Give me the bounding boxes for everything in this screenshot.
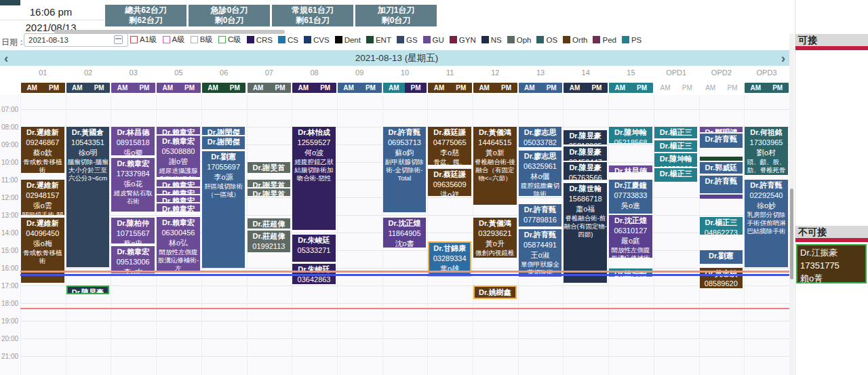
am-label: AM bbox=[343, 84, 354, 92]
case-block-05-4[interactable]: Dr.賴韋宏 bbox=[157, 195, 200, 202]
current-time: 16:06 pm bbox=[0, 6, 102, 18]
case-block-01-0[interactable]: Dr.遲維新09246867蔡o欽骨或軟骨移植術 bbox=[21, 127, 64, 173]
case-block-15-3[interactable]: Dr.沈正煌06310127嚴o庭開放性左側腹股溝疝修補術 bbox=[609, 215, 652, 258]
procedure-name: 腦瘤切除-腦瘤大小介於三至六公分3~6cm bbox=[66, 158, 110, 182]
stat-button-1[interactable]: 急診0台刀剩0台刀 bbox=[189, 5, 270, 26]
doctor-name: Dr.黃國倉 bbox=[66, 127, 110, 138]
case-block-06-2[interactable]: Dr.劉憲17055697李o源肝區域切除術（一區域） bbox=[202, 151, 245, 268]
ampm-bar-06: AMPM bbox=[202, 83, 246, 93]
case-block-07-1[interactable]: Dr.謝旻首 bbox=[248, 180, 291, 187]
case-block-07-3[interactable]: Dr.莊超偉 bbox=[248, 218, 291, 229]
case-block-03-0[interactable]: Dr.林昌德08915818張o卿 bbox=[111, 127, 155, 155]
case-block-05-6[interactable]: Dr.賴韋宏06300456林o弘開放性左側腹股溝疝修補術-左 bbox=[157, 217, 200, 271]
case-block-10-0[interactable]: Dr.許育甄06953713蘇o鈞副甲狀腺切除術-全切除術-Total bbox=[383, 127, 427, 212]
pm-half: PM bbox=[722, 83, 743, 93]
case-block-11-1[interactable]: Dr.蔡廷謙09635609洪o祥 bbox=[428, 169, 471, 195]
case-block-OPD2-2[interactable] bbox=[700, 157, 743, 161]
pm-label: PM bbox=[366, 84, 376, 92]
legend-label: OS bbox=[546, 36, 557, 44]
doctor-name: Dr.林昌德 bbox=[609, 166, 652, 172]
ampm-bar-07: AMPM bbox=[248, 83, 292, 93]
case-number: 07733833 bbox=[609, 191, 652, 201]
stat-button-0[interactable]: 總共62台刀剩62台刀 bbox=[105, 5, 186, 26]
case-block-14-0[interactable]: Dr.陳昱豪05818985 bbox=[564, 130, 607, 144]
case-block-05-0[interactable]: Dr.賴韋宏 bbox=[157, 127, 200, 134]
case-block-OPD1-0[interactable]: Dr.楊正三 bbox=[654, 127, 698, 138]
case-block-05-5[interactable]: Dr.賴韋宏 bbox=[157, 203, 200, 212]
case-block-03-1[interactable]: Dr.賴韋宏17337984張o花經皮腎結石取石術 bbox=[111, 158, 155, 212]
case-block-08-0[interactable]: Dr.林怡成12559527何o波經腹腔鏡乙狀結腸切除術加吻合術-惡性 bbox=[292, 127, 336, 230]
unavailable-block-0[interactable]: Dr.江振豪17351775賴o菁 bbox=[796, 244, 867, 283]
case-block-13-2[interactable]: Dr.許育甄07789816王o美 bbox=[519, 204, 562, 226]
stat-line2: 剩0台刀 bbox=[189, 16, 270, 26]
case-block-13-1[interactable]: Dr.廖志思06325961林o儷腹腔鏡膽囊切除術 bbox=[519, 151, 562, 196]
hour-label: 07:00 bbox=[1, 106, 19, 113]
case-block-OPD2-1[interactable]: Dr.許育甄 bbox=[700, 134, 743, 148]
case-block-10-1[interactable]: Dr.沈正煌11864905沈o書 bbox=[383, 218, 427, 248]
case-block-05-1[interactable]: Dr.賴韋宏05308880謝o管經尿道攝護腺刮除術(雷射) bbox=[157, 136, 200, 177]
stat-button-3[interactable]: 加刀1台刀剩0台刀 bbox=[355, 5, 437, 26]
date-input[interactable] bbox=[24, 33, 128, 47]
case-block-OPD1-2[interactable]: Dr.陳坤翰13855988 bbox=[654, 153, 698, 167]
case-block-13-3[interactable]: Dr.許育甄05874491王o淑單側甲狀腺全葉切除術 bbox=[519, 229, 562, 277]
stat-button-2[interactable]: 常規61台刀剩61台刀 bbox=[272, 5, 353, 26]
case-block-OPD2-4[interactable]: Dr.許育甄 bbox=[700, 176, 743, 193]
case-block-OPD2-7[interactable]: Dr.劉憲 bbox=[700, 250, 743, 264]
case-block-OPD2-5[interactable] bbox=[700, 195, 743, 199]
case-block-OPD2-0[interactable]: Dr.鄭明鴻 bbox=[700, 127, 743, 132]
case-block-OPD3-1[interactable]: Dr.許育甄02292540徐o妙乳房部分切除手術併前哨淋巴結摘除手術 bbox=[745, 180, 788, 267]
case-block-12-2[interactable]: Dr.姚樹鑫17350747 bbox=[473, 285, 517, 299]
case-block-07-4[interactable]: Dr.莊超偉01992113高o紅 bbox=[248, 231, 291, 252]
pm-label: PM bbox=[456, 84, 466, 92]
case-block-05-2[interactable]: Dr.賴韋宏 bbox=[157, 180, 200, 186]
case-number: 05333271 bbox=[292, 245, 336, 256]
case-block-15-1[interactable]: Dr.林昌德 bbox=[609, 165, 652, 172]
case-block-14-1[interactable]: Dr.陳昱豪08456447 bbox=[564, 146, 607, 161]
hour-label: 10:00 bbox=[1, 159, 19, 166]
case-number: 03642863 bbox=[292, 275, 336, 284]
case-block-OPD2-3[interactable]: Dr.郭威廷 bbox=[700, 162, 743, 174]
case-block-12-1[interactable]: Dr.黃儀鴻03293621黃o升微創內視鏡椎間盤切除術 bbox=[473, 218, 517, 258]
case-number: 10715567 bbox=[111, 229, 155, 239]
next-day-button[interactable]: › bbox=[781, 50, 785, 66]
am-label: AM bbox=[570, 84, 580, 92]
case-block-02-1[interactable]: Dr.陳昱豪 bbox=[66, 285, 110, 294]
doctor-name: Dr.林怡成 bbox=[292, 127, 336, 138]
patient-name: 蔡o欽 bbox=[21, 148, 64, 158]
case-block-OPD2-6[interactable]: Dr.楊正三04862273 bbox=[700, 217, 743, 235]
legend-swatch bbox=[536, 36, 544, 43]
case-block-02-0[interactable]: Dr.黃國倉10543351徐o明腦瘤切除-腦瘤大小介於三至六公分3~6cm bbox=[66, 127, 110, 267]
case-block-08-1[interactable]: Dr.朱峻廷05333271 bbox=[292, 235, 336, 262]
calendar-icon[interactable] bbox=[114, 35, 123, 44]
procedure-name: 頭、顱、股、肋、脊椎死骨切除術 bbox=[745, 158, 788, 175]
am-label: AM bbox=[434, 84, 445, 92]
room-header-06: 06 bbox=[201, 68, 247, 79]
case-block-07-2[interactable]: Dr.謝旻首 bbox=[248, 189, 291, 196]
patient-name: 王o美 bbox=[519, 225, 562, 226]
hour-gridline bbox=[20, 321, 789, 321]
legend-swatch bbox=[335, 36, 342, 43]
patient-name: 林o儷 bbox=[519, 172, 562, 182]
case-block-14-3[interactable]: Dr.陳世翰15686718蕭o福脊椎融合術-前融合(有固定物-四節) bbox=[564, 183, 607, 283]
case-block-03-2[interactable]: Dr.陳柏仲10715567蔡o忠 bbox=[111, 218, 155, 244]
case-block-07-0[interactable]: Dr.謝旻首 bbox=[248, 162, 291, 173]
case-block-03-3[interactable]: Dr.賴韋宏09513006李o志逆行性腎臟手術 bbox=[111, 246, 155, 274]
case-block-06-1[interactable]: Dr.謝閔傑05128570 bbox=[202, 136, 245, 149]
case-block-11-0[interactable]: Dr.蔡廷謙04775065李o慈骨盆、髖、肱、股、尺、橈、脛骨內固定物拔除術 bbox=[428, 127, 471, 165]
case-block-13-0[interactable]: Dr.廖志思05033782徐o棟 bbox=[519, 127, 562, 147]
case-block-06-0[interactable]: Dr.謝閔傑 bbox=[202, 127, 245, 135]
case-block-15-2[interactable]: Dr.江慶鐘07733833吳o進 bbox=[609, 180, 652, 214]
vertical-scrollbar-thumb[interactable] bbox=[790, 189, 793, 279]
case-block-14-2[interactable]: Dr.陳昱豪05763566 bbox=[564, 162, 607, 180]
case-block-OPD1-1[interactable]: Dr.楊正三 bbox=[654, 140, 698, 152]
case-block-12-0[interactable]: Dr.黃儀鴻14464515黃o新脊椎融合術-後融合（有固定物<=六節） bbox=[473, 127, 517, 205]
case-block-15-0[interactable]: Dr.陳坤翰05218568 bbox=[609, 127, 652, 143]
case-number: 04096450 bbox=[21, 229, 64, 239]
case-block-01-1[interactable]: Dr.遲維新02948157張o雲關節鏡手術-關節鏡下關節盤復位術 bbox=[21, 180, 64, 215]
doctor-name: Dr.劉憲 bbox=[202, 152, 245, 162]
pm-half: PM bbox=[224, 83, 245, 93]
case-block-OPD3-0[interactable]: Dr.何祖銘17303965劉o村頭、顱、股、肋、脊椎死骨切除術 bbox=[745, 127, 788, 175]
case-block-OPD1-3[interactable]: Dr.楊正三 bbox=[654, 168, 698, 182]
case-block-05-3[interactable]: Dr.賴韋宏 bbox=[157, 188, 200, 194]
availability-sidebar: 可接 不可接 Dr.江振豪17351775賴o菁 bbox=[795, 0, 868, 375]
